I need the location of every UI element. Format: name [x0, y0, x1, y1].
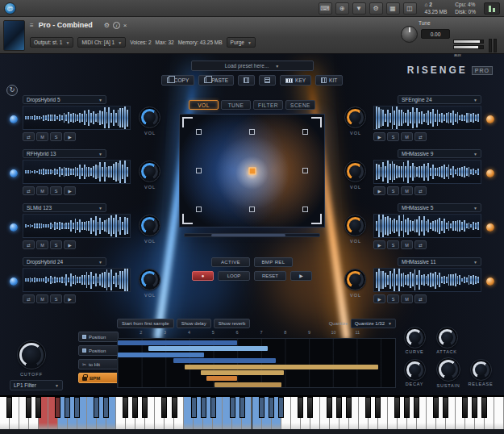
- pad-handle[interactable]: [302, 129, 308, 135]
- instrument-thumbnail[interactable]: [3, 20, 25, 51]
- piano-key-black[interactable]: [404, 397, 410, 418]
- midi-keyboard-icon[interactable]: ⌨: [319, 2, 332, 15]
- aux-label[interactable]: aux: [454, 52, 461, 57]
- start-from-first-button[interactable]: Start from first sample: [117, 319, 174, 328]
- piano-key-black[interactable]: [269, 397, 274, 418]
- piano-key-black[interactable]: [123, 397, 128, 418]
- volume-knob[interactable]: [344, 269, 366, 290]
- waveform-display[interactable]: [23, 214, 131, 238]
- pad-handle[interactable]: [196, 168, 202, 173]
- slot-led-icon[interactable]: [10, 223, 18, 232]
- sample-select[interactable]: DropsHybrid 24 ▼: [23, 257, 106, 266]
- sequencer-lanes[interactable]: [117, 338, 396, 388]
- volume-knob[interactable]: [344, 215, 366, 236]
- piano-key-black[interactable]: [481, 397, 487, 418]
- mute-button[interactable]: M: [401, 294, 413, 303]
- add-library-icon[interactable]: ⊕: [335, 2, 349, 15]
- waveform-display[interactable]: [373, 160, 481, 184]
- pad-scrollbar[interactable]: [184, 233, 320, 237]
- active-button[interactable]: ACTIVE: [211, 257, 250, 267]
- piano-key-black[interactable]: [433, 397, 439, 418]
- trim-button[interactable]: ⇄: [23, 240, 35, 249]
- tune-value[interactable]: 0.00: [421, 29, 450, 39]
- output-meter-icon[interactable]: [484, 2, 500, 15]
- sequence-clip[interactable]: [118, 353, 204, 357]
- pad-handle[interactable]: [249, 207, 255, 212]
- bpm-lock-button[interactable]: BPM: [78, 373, 119, 383]
- piano-key-black[interactable]: [259, 397, 264, 418]
- piano-key-black[interactable]: [103, 397, 109, 418]
- attack-knob[interactable]: [436, 327, 458, 348]
- trim-button[interactable]: ⇄: [23, 132, 35, 141]
- mute-button[interactable]: M: [401, 240, 413, 249]
- slot-led-icon[interactable]: [10, 169, 18, 177]
- waveform-display[interactable]: [23, 106, 131, 130]
- sample-select[interactable]: SFEngine 24 ▼: [398, 95, 481, 104]
- play-sample-button[interactable]: ▶: [64, 240, 76, 249]
- waveform-display[interactable]: [373, 268, 481, 292]
- info-icon[interactable]: i: [113, 22, 120, 29]
- play-sample-button[interactable]: ▶: [373, 186, 385, 195]
- sample-select[interactable]: MHMassive 9 ▼: [398, 149, 481, 158]
- snap-to-hit-button[interactable]: ✂ to Hit: [78, 359, 119, 369]
- piano-key-black[interactable]: [230, 397, 235, 418]
- slot-led-icon[interactable]: [486, 115, 494, 123]
- piano-key-black[interactable]: [172, 397, 177, 418]
- waveform-display[interactable]: [23, 160, 131, 184]
- play-sample-button[interactable]: ▶: [64, 294, 76, 303]
- midi-channel-select[interactable]: MIDI Ch: [A] 1 ▼: [77, 37, 126, 48]
- solo-button[interactable]: S: [387, 294, 399, 303]
- position-button-2[interactable]: Position: [78, 345, 119, 356]
- trim-button[interactable]: ⇄: [414, 240, 427, 249]
- piano-key-black[interactable]: [240, 397, 245, 418]
- tab-filter[interactable]: FILTER: [253, 100, 283, 110]
- save-icon[interactable]: ▼: [352, 2, 366, 15]
- volume-knob[interactable]: [139, 106, 160, 128]
- pad-handle[interactable]: [196, 129, 202, 135]
- sequence-clip[interactable]: [173, 358, 276, 363]
- piano-key-black[interactable]: [414, 397, 419, 418]
- record-button[interactable]: ●: [192, 271, 214, 281]
- mute-button[interactable]: M: [36, 240, 48, 249]
- release-knob[interactable]: [470, 359, 492, 381]
- wrench-icon[interactable]: ⚙: [104, 22, 110, 29]
- play-sample-button[interactable]: ▶: [64, 132, 76, 141]
- piano-key-black[interactable]: [394, 397, 400, 418]
- piano-key-black[interactable]: [210, 397, 216, 418]
- mute-button[interactable]: M: [401, 186, 413, 195]
- tune-knob[interactable]: [401, 26, 418, 43]
- show-delay-button[interactable]: Show delay: [177, 319, 211, 328]
- sample-select[interactable]: DropsHybrid 5 ▼: [23, 95, 106, 104]
- sequence-clip[interactable]: [215, 382, 281, 387]
- piano-key-black[interactable]: [142, 397, 148, 418]
- pad-handle[interactable]: [196, 207, 202, 212]
- key-mode-button[interactable]: KEY: [280, 75, 311, 86]
- play-button[interactable]: ▶: [290, 271, 312, 281]
- sequence-clip[interactable]: [201, 370, 284, 375]
- slot-led-icon[interactable]: [486, 223, 494, 232]
- piano-key-black[interactable]: [35, 397, 41, 418]
- waveform-display[interactable]: [373, 214, 481, 238]
- view-grid-icon[interactable]: ▦: [386, 2, 400, 15]
- sequence-clip[interactable]: [206, 376, 237, 381]
- waveform-display[interactable]: [373, 106, 481, 130]
- mixer-tool-button[interactable]: [259, 75, 276, 86]
- pad-handle[interactable]: [302, 168, 308, 173]
- trim-button[interactable]: ⇄: [23, 186, 35, 195]
- volume-knob[interactable]: [139, 161, 160, 182]
- solo-button[interactable]: S: [387, 132, 399, 141]
- piano-key-black[interactable]: [26, 397, 31, 418]
- piano-key-black[interactable]: [201, 397, 206, 418]
- piano-keyboard[interactable]: [0, 395, 504, 429]
- sequence-clip[interactable]: [118, 340, 237, 345]
- output-select[interactable]: Output: st. 1 ▼: [30, 37, 73, 48]
- trim-button[interactable]: ⇄: [23, 294, 35, 303]
- piano-key-black[interactable]: [278, 397, 284, 418]
- waveform-display[interactable]: [23, 268, 131, 292]
- refresh-button[interactable]: ↻: [6, 85, 18, 96]
- trim-button[interactable]: ⇄: [414, 186, 427, 195]
- show-reverb-button[interactable]: Show reverb: [214, 319, 251, 328]
- piano-key-black[interactable]: [74, 397, 80, 418]
- sample-select[interactable]: MHMassive 11 ▼: [398, 257, 481, 266]
- piano-key-black[interactable]: [94, 397, 99, 418]
